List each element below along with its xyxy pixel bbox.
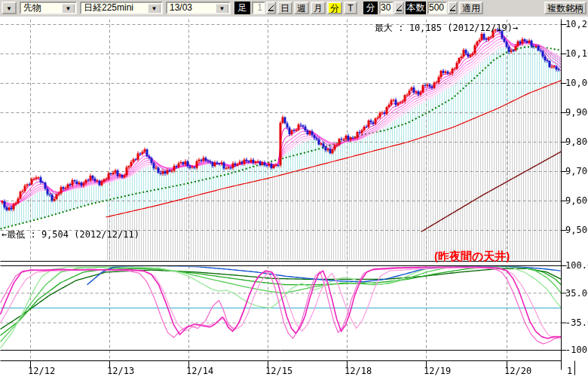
price-axis-label: 10,100 [565, 48, 588, 59]
price-axis-label: 10,000 [565, 78, 588, 88]
price-axis-label: 10,200 [565, 19, 588, 29]
price-chart-canvas[interactable] [0, 17, 588, 377]
chevron-down-icon[interactable]: ▼ [62, 4, 75, 14]
contract-month-select[interactable]: 13/03 ▼ [166, 2, 231, 14]
spin-edit-icon [396, 4, 403, 12]
max-price-annotation: 最大 : 10,185 (2012/12/19)→ [375, 22, 518, 35]
ceiling-annotation: (昨夜間の天井) [434, 250, 510, 264]
period-week-button[interactable]: 週 [294, 2, 309, 14]
oscillator-axis-label: -100.00 [565, 345, 588, 355]
date-axis-label: 12/19 [424, 366, 451, 376]
price-axis-label: 9,900 [565, 107, 588, 118]
period-month-button[interactable]: 月 [311, 2, 326, 14]
chart-menu-dropdown-button[interactable]: ▼ [2, 2, 17, 14]
chevron-down-icon: ▼ [6, 5, 12, 12]
multi-symbol-button[interactable]: 複数銘柄 [544, 2, 586, 14]
oscillator-axis-label: -35.00 [565, 317, 588, 328]
bar-interval-spin-button[interactable] [266, 2, 276, 14]
bar-interval-input[interactable]: 1 [252, 2, 265, 14]
chevron-down-icon[interactable]: ▼ [216, 4, 228, 14]
date-axis-label: 12/18 [345, 366, 372, 376]
contract-month-value: 13/03 [170, 2, 192, 13]
min-price-annotation: ←最低 : 9,504 (2012/12/11) [2, 228, 139, 241]
date-axis-label: 12/13 [107, 366, 134, 376]
oscillator-axis-label: 100.00 [565, 260, 588, 271]
period-tick-button[interactable]: T [344, 2, 357, 14]
bar-count-spin-button[interactable] [448, 2, 458, 14]
market-select-value: 先物 [23, 2, 41, 13]
period-minute-button[interactable]: 分 [327, 2, 342, 14]
market-select[interactable]: 先物 ▼ [20, 2, 77, 14]
symbol-select[interactable]: 日経225mini ▼ [80, 2, 163, 14]
minute-value-input[interactable]: 30 [379, 2, 394, 14]
period-day-button[interactable]: 日 [277, 2, 292, 14]
minute-label: 分 [363, 2, 378, 14]
spin-edit-icon [449, 4, 456, 12]
date-axis-label: 12/12 [28, 366, 55, 376]
symbol-select-value: 日経225mini [84, 2, 133, 13]
price-axis-label: 9,800 [565, 136, 588, 147]
date-axis-label: 12/14 [186, 366, 213, 376]
chart-area: 10,200 10,100 10,000 9,900 9,800 9,700 9… [0, 17, 588, 377]
chevron-down-icon[interactable]: ▼ [148, 4, 161, 14]
date-axis-label: 1 [567, 366, 572, 376]
toolbar: ▼ 先物 ▼ 日経225mini ▼ 13/03 ▼ 足 1 日 週 月 分 T… [0, 0, 588, 17]
chart-window: ▼ 先物 ▼ 日経225mini ▼ 13/03 ▼ 足 1 日 週 月 分 T… [0, 0, 588, 377]
date-axis-label: 12/15 [265, 366, 292, 376]
apply-button[interactable]: 適用 [459, 2, 483, 14]
oscillator-axis-label: 35.00 [565, 288, 588, 299]
spin-edit-icon [268, 4, 274, 12]
bar-count-label: 本数 [406, 2, 426, 14]
price-axis-label: 9,500 [565, 225, 588, 235]
price-axis-label: 9,600 [565, 195, 588, 206]
bar-count-input[interactable]: 500 [427, 2, 447, 14]
bar-type-label: 足 [234, 2, 250, 14]
price-axis-label: 9,700 [565, 166, 588, 176]
minute-spin-button[interactable] [394, 2, 404, 14]
date-axis-label: 12/20 [504, 366, 531, 376]
